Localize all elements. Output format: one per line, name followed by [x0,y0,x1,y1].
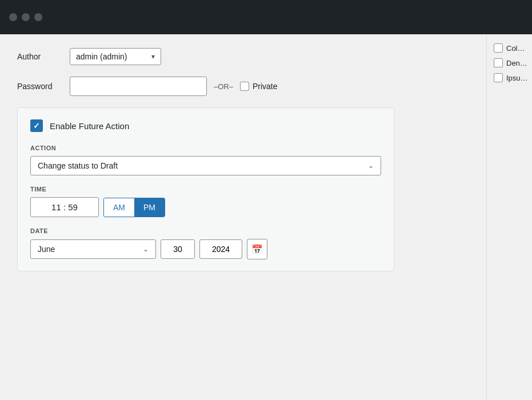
action-select[interactable]: Change status to Draft ⌄ [30,156,381,175]
private-checkbox[interactable] [240,82,249,91]
titlebar [0,0,532,34]
private-label: Private [253,82,278,91]
year-input[interactable] [199,239,242,259]
left-panel: Author admin (admin) ▾ Password –OR– Pri… [0,34,486,400]
right-item-3: Ipsu… [494,73,525,82]
right-checkbox-3[interactable] [494,73,503,82]
time-section-label: TIME [30,186,381,193]
time-hour: 11 [51,202,61,212]
author-chevron-icon: ▾ [151,53,155,61]
calendar-icon: 📅 [251,244,263,255]
enable-checkbox[interactable] [30,119,43,132]
action-chevron-icon: ⌄ [368,162,374,170]
action-value: Change status to Draft [38,161,118,170]
date-section-label: DATE [30,227,381,234]
private-row: Private [240,82,278,91]
date-row: June ⌄ 📅 [30,239,381,259]
author-row: Author admin (admin) ▾ [17,48,469,65]
right-checkbox-1[interactable] [494,43,503,53]
titlebar-dot-3 [34,13,42,21]
time-display[interactable]: 11 : 59 [30,197,99,217]
password-label: Password [17,82,63,91]
month-chevron-icon: ⌄ [143,245,149,253]
right-item-1: Col… [494,43,525,53]
or-text: –OR– [214,82,233,91]
right-label-3: Ipsu… [506,74,528,82]
month-value: June [38,245,55,254]
author-label: Author [17,52,63,61]
calendar-button[interactable]: 📅 [247,239,267,259]
titlebar-dot-1 [9,13,17,21]
month-select[interactable]: June ⌄ [30,239,156,259]
password-row: Password –OR– Private [17,77,469,96]
author-value: admin (admin) [76,52,127,61]
right-item-2: Den… [494,58,525,67]
password-input[interactable] [70,77,207,96]
action-section-label: ACTION [30,145,381,151]
pm-button[interactable]: PM [134,198,165,217]
right-checkbox-2[interactable] [494,58,503,67]
right-label-1: Col… [506,44,525,53]
author-select[interactable]: admin (admin) ▾ [70,48,161,65]
right-panel: Col… Den… Ipsu… [486,34,532,400]
enable-row: Enable Future Action [30,119,381,132]
enable-label: Enable Future Action [50,121,129,131]
future-action-box: Enable Future Action ACTION Change statu… [17,107,394,271]
titlebar-dot-2 [22,13,30,21]
time-colon: : [63,202,66,212]
time-row: 11 : 59 AM PM [30,197,381,217]
right-label-2: Den… [506,59,527,67]
day-input[interactable] [161,239,195,259]
time-minute: 59 [68,202,78,212]
am-button[interactable]: AM [104,198,134,217]
main-content: Author admin (admin) ▾ Password –OR– Pri… [0,34,532,400]
am-pm-group: AM PM [103,198,165,217]
